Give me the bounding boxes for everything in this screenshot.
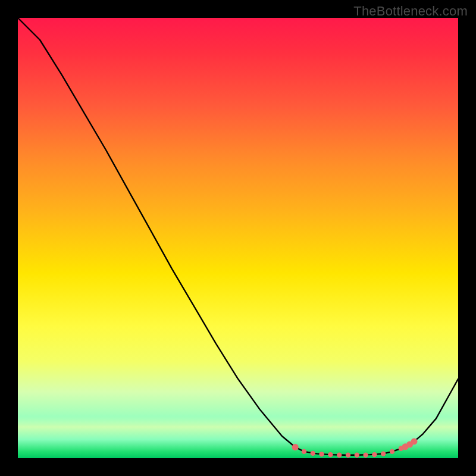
highlight-dot bbox=[328, 452, 333, 457]
highlight-dot bbox=[346, 453, 350, 458]
highlight-dot bbox=[381, 451, 386, 456]
highlight-dot bbox=[411, 438, 418, 444]
watermark-text: TheBottleneck.com bbox=[353, 4, 468, 19]
highlight-dot bbox=[311, 451, 315, 456]
plot-area bbox=[18, 18, 458, 458]
highlight-dot bbox=[319, 452, 324, 456]
highlight-dot bbox=[372, 452, 377, 457]
optimal-range-dots bbox=[292, 438, 418, 458]
highlight-dot bbox=[355, 453, 359, 458]
bottleneck-curve bbox=[18, 18, 458, 455]
highlight-dot bbox=[302, 449, 306, 454]
highlight-dot bbox=[390, 449, 394, 454]
highlight-dot bbox=[337, 453, 342, 458]
curve-svg bbox=[18, 18, 458, 458]
highlight-dot bbox=[363, 453, 368, 458]
highlight-dot bbox=[292, 444, 299, 450]
chart-stage: TheBottleneck.com bbox=[0, 0, 476, 476]
